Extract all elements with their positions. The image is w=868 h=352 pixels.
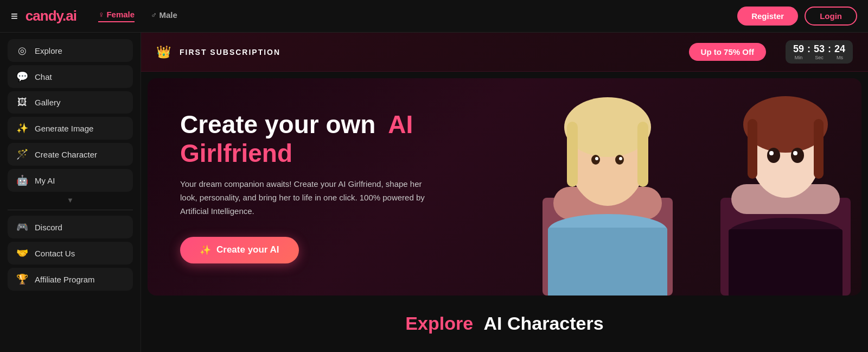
svg-point-8 (595, 157, 598, 160)
sidebar-label-gallery: Gallery (35, 98, 61, 107)
hero-content: Create your own AI Girlfriend Your dream… (180, 110, 506, 263)
hamburger-menu[interactable]: ≡ (11, 9, 18, 23)
svg-rect-23 (729, 229, 843, 296)
nav-tabs: ♀ Female ♂ Male (98, 10, 737, 22)
sidebar-label-generate-image: Generate Image (35, 124, 93, 133)
login-button[interactable]: Login (805, 7, 857, 26)
tab-male[interactable]: ♂ Male (151, 10, 177, 22)
main-content: 👑 FIRST SUBSCRIPTION Up to 75% Off 59 Mi… (141, 33, 868, 352)
affiliate-icon: 🏆 (16, 273, 28, 285)
sidebar-item-discord[interactable]: 🎮 Discord (8, 216, 133, 238)
subscription-text: FIRST SUBSCRIPTION (180, 48, 280, 56)
sidebar-item-contact-us[interactable]: 🤝 Contact Us (8, 242, 133, 265)
svg-point-19 (791, 148, 804, 163)
sidebar-item-chat[interactable]: 💬 Chat (8, 65, 133, 88)
logo[interactable]: candy.ai (25, 8, 76, 24)
svg-point-20 (769, 151, 774, 155)
svg-rect-11 (548, 228, 667, 296)
explore-section: Explore AI Characters (141, 302, 868, 345)
sidebar-item-gallery[interactable]: 🖼 Gallery (8, 91, 133, 114)
discord-icon: 🎮 (16, 221, 28, 233)
sidebar-item-my-ai[interactable]: 🤖 My AI (8, 169, 133, 192)
svg-point-9 (619, 157, 622, 160)
svg-rect-5 (637, 122, 648, 187)
gallery-icon: 🖼 (16, 97, 28, 108)
header-actions: Register Login (737, 7, 857, 26)
scroll-down-arrow: ▼ (67, 196, 74, 204)
subscription-banner: 👑 FIRST SUBSCRIPTION Up to 75% Off 59 Mi… (141, 33, 868, 72)
countdown-milliseconds: 24 Ms (834, 43, 845, 60)
svg-rect-17 (814, 119, 824, 179)
explore-title: Explore AI Characters (156, 313, 853, 334)
character-anime (710, 89, 861, 296)
svg-point-18 (767, 148, 780, 163)
sparkle-icon: ✨ (200, 244, 211, 256)
tab-female[interactable]: ♀ Female (98, 10, 135, 22)
crown-icon: 👑 (156, 45, 171, 59)
sidebar-label-explore: Explore (35, 46, 62, 55)
svg-rect-4 (567, 122, 578, 187)
sidebar-label-affiliate: Affiliate Program (35, 275, 95, 284)
countdown-minutes: 59 Min (793, 43, 804, 60)
register-button[interactable]: Register (737, 7, 798, 26)
sidebar-label-chat: Chat (35, 72, 52, 81)
sidebar-label-my-ai: My AI (35, 176, 55, 185)
sidebar-item-generate-image[interactable]: ✨ Generate Image (8, 117, 133, 140)
sidebar-item-create-character[interactable]: 🪄 Create Character (8, 143, 133, 166)
layout: ◎ Explore 💬 Chat 🖼 Gallery ✨ Generate Im… (0, 33, 868, 352)
hero-description: Your dream companion awaits! Create your… (180, 178, 441, 218)
sidebar-item-explore[interactable]: ◎ Explore (8, 39, 133, 62)
countdown-seconds: 53 Sec (814, 43, 825, 60)
sidebar: ◎ Explore 💬 Chat 🖼 Gallery ✨ Generate Im… (0, 33, 141, 352)
generate-image-icon: ✨ (16, 122, 28, 134)
my-ai-icon: 🤖 (16, 174, 28, 186)
hero-images (482, 78, 861, 296)
countdown-sep-1: : (806, 43, 812, 55)
contact-icon: 🤝 (16, 247, 28, 259)
sidebar-label-contact-us: Contact Us (35, 249, 75, 258)
svg-point-21 (793, 151, 797, 155)
chat-icon: 💬 (16, 71, 28, 83)
sidebar-item-affiliate[interactable]: 🏆 Affiliate Program (8, 268, 133, 291)
explore-icon: ◎ (16, 45, 28, 56)
discount-badge[interactable]: Up to 75% Off (689, 43, 766, 61)
create-ai-button[interactable]: ✨ Create your AI (180, 237, 299, 263)
character-real (521, 89, 694, 296)
hero-section: Create your own AI Girlfriend Your dream… (148, 78, 861, 296)
countdown-timer: 59 Min : 53 Sec : 24 Ms (786, 40, 853, 64)
sidebar-label-discord: Discord (35, 223, 62, 232)
sidebar-label-create-character: Create Character (35, 150, 97, 159)
svg-rect-16 (748, 119, 757, 179)
countdown-sep-2: : (827, 43, 832, 55)
create-character-icon: 🪄 (16, 148, 28, 160)
hero-title: Create your own AI Girlfriend (180, 110, 506, 168)
sidebar-divider (8, 210, 133, 210)
header: ≡ candy.ai ♀ Female ♂ Male Register Logi… (0, 0, 868, 33)
